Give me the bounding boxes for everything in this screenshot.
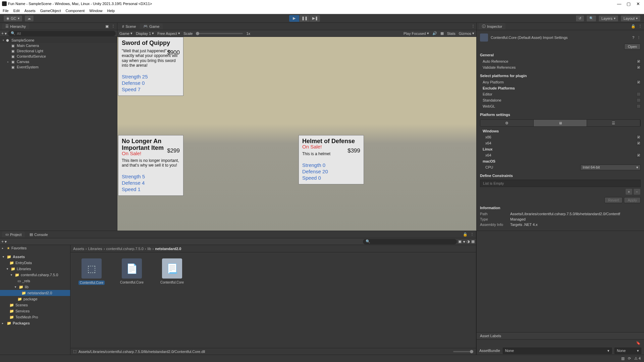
- tree-item[interactable]: 📁package: [0, 296, 70, 302]
- game-mode-dropdown[interactable]: Game ▾: [119, 31, 132, 36]
- panel-maximize-icon[interactable]: ▣: [105, 24, 109, 28]
- tree-item[interactable]: ▼📁Libraries: [0, 266, 70, 272]
- undo-history-button[interactable]: ↺: [576, 15, 584, 22]
- tree-item[interactable]: ▼📁contentful.csharp.7.5.0: [0, 272, 70, 278]
- breadcrumb-item[interactable]: Libraries: [88, 247, 102, 251]
- breadcrumb-item[interactable]: Assets: [73, 247, 84, 251]
- hierarchy-item[interactable]: ▣EventSystem: [0, 64, 117, 70]
- close-button[interactable]: ✕: [634, 0, 642, 7]
- assetbundle-dropdown[interactable]: None▾: [503, 348, 612, 354]
- tree-item[interactable]: ▼📁lib: [0, 284, 70, 290]
- layers-dropdown[interactable]: Layers ▾: [598, 15, 619, 22]
- hierarchy-item[interactable]: ▸▣Canvas: [0, 59, 117, 64]
- vsync-icon[interactable]: ▦: [440, 31, 444, 36]
- lock-icon[interactable]: 🔒: [463, 232, 468, 237]
- panel-menu-icon[interactable]: ⋮: [470, 232, 474, 237]
- tree-item[interactable]: 📁Scenes: [0, 302, 70, 308]
- focus-dropdown[interactable]: Play Focused ▾: [404, 31, 429, 36]
- x64-win-checkbox[interactable]: [637, 141, 641, 145]
- hierarchy-search[interactable]: 🔍All: [8, 31, 116, 36]
- panel-menu-icon[interactable]: ⋮: [471, 24, 475, 28]
- project-search[interactable]: 🔍: [363, 239, 457, 244]
- hierarchy-tab[interactable]: ☰ Hierarchy: [2, 23, 29, 29]
- step-button[interactable]: ▶❚: [310, 15, 320, 22]
- constraints-add-button[interactable]: +: [625, 188, 633, 195]
- layout-dropdown[interactable]: Layout ▾: [621, 15, 641, 22]
- favorites-row[interactable]: ▸★Favorites: [0, 245, 70, 251]
- aspect-dropdown[interactable]: Free Aspect ▾: [157, 31, 180, 36]
- asset-labels-header[interactable]: Asset Labels: [477, 332, 644, 340]
- cpu-dropdown[interactable]: Intel 64-bit▾: [580, 165, 641, 170]
- constraints-remove-button[interactable]: −: [633, 188, 641, 195]
- gizmos-dropdown[interactable]: Gizmos ▾: [459, 31, 474, 36]
- favorite-icon[interactable]: ♥: [463, 240, 465, 244]
- console-tab[interactable]: ▤ Console: [26, 232, 51, 237]
- filter-icon[interactable]: ▣: [458, 239, 462, 244]
- panel-menu-icon[interactable]: ⋮: [111, 24, 115, 28]
- asset-item[interactable]: 📄Contentful.Core: [117, 258, 147, 284]
- webgl-checkbox[interactable]: [637, 104, 641, 108]
- thumbnail-size-slider[interactable]: [453, 351, 473, 352]
- revert-button[interactable]: Revert: [604, 197, 623, 203]
- status-icon[interactable]: ⚠ 4: [634, 356, 641, 361]
- layout-icon[interactable]: ▦: [471, 239, 475, 244]
- search-button[interactable]: 🔍: [586, 15, 596, 22]
- assetbundle-variant-dropdown[interactable]: None▾: [614, 348, 641, 354]
- hidden-icon[interactable]: ◑: [467, 239, 470, 244]
- platform-tab-editor[interactable]: ⚙: [480, 120, 534, 126]
- tree-item-selected[interactable]: 📁netstandard2.0: [0, 290, 70, 296]
- mute-icon[interactable]: 🔊: [432, 31, 437, 36]
- hierarchy-item[interactable]: ▣ContentfulService: [0, 54, 117, 59]
- menu-component[interactable]: Component: [65, 9, 85, 13]
- preset-icon[interactable]: ⋮: [637, 36, 641, 40]
- minimize-button[interactable]: —: [615, 0, 623, 7]
- status-icon[interactable]: ▥: [621, 356, 625, 361]
- platform-tab-standalone[interactable]: 🖥: [534, 120, 587, 126]
- create-dropdown[interactable]: + ▾: [1, 31, 7, 36]
- pause-button[interactable]: ❚❚: [300, 15, 310, 22]
- menu-gameobject[interactable]: GameObject: [40, 9, 61, 13]
- validate-references-checkbox[interactable]: [637, 65, 641, 69]
- menu-help[interactable]: Help: [107, 9, 115, 13]
- tree-item[interactable]: ▭_rels: [0, 278, 70, 284]
- lock-icon[interactable]: 🔒: [631, 24, 636, 28]
- breadcrumb-item[interactable]: contentful.csharp.7.5.0: [106, 247, 144, 251]
- open-button[interactable]: Open: [624, 44, 641, 50]
- standalone-checkbox[interactable]: [637, 98, 641, 102]
- tree-item[interactable]: 📁TextMesh Pro: [0, 314, 70, 320]
- hierarchy-item[interactable]: ▣Main Camera: [0, 43, 117, 48]
- hierarchy-item[interactable]: ▣Directional Light: [0, 48, 117, 54]
- auto-reference-checkbox[interactable]: [637, 59, 641, 63]
- inspector-tab[interactable]: ⓘ Inspector: [479, 23, 505, 29]
- label-icon[interactable]: 🔖: [636, 341, 641, 345]
- menu-assets[interactable]: Assets: [24, 9, 36, 13]
- breadcrumb-item[interactable]: lib: [148, 247, 151, 251]
- menu-edit[interactable]: Edit: [13, 9, 20, 13]
- game-tab[interactable]: 🎮 Game: [140, 23, 163, 29]
- editor-checkbox[interactable]: [637, 92, 641, 96]
- help-icon[interactable]: ?: [632, 36, 634, 40]
- asset-item[interactable]: 📃Contentful.Core: [157, 258, 187, 284]
- breadcrumb-item[interactable]: netstandard2.0: [155, 247, 181, 251]
- panel-menu-icon[interactable]: ⋮: [638, 24, 642, 28]
- tree-item[interactable]: 📁EntryData: [0, 260, 70, 266]
- create-dropdown[interactable]: + ▾: [1, 239, 7, 244]
- scene-row[interactable]: ▼⬢SampleScene: [0, 38, 117, 43]
- tree-item[interactable]: 📁Services: [0, 308, 70, 314]
- assets-row[interactable]: ▼📁Assets: [0, 254, 70, 260]
- x86-checkbox[interactable]: [637, 135, 641, 139]
- scene-tab[interactable]: # Scene: [119, 24, 139, 29]
- packages-row[interactable]: ▸📁Packages: [0, 320, 70, 326]
- project-tab[interactable]: ▭ Project: [2, 232, 25, 237]
- menu-window[interactable]: Window: [89, 9, 102, 13]
- x64-linux-checkbox[interactable]: [637, 153, 641, 157]
- cloud-button[interactable]: ☁: [24, 15, 34, 22]
- platform-tab-server[interactable]: ☰: [587, 120, 640, 126]
- status-icon[interactable]: ⟳: [628, 356, 631, 361]
- any-platform-checkbox[interactable]: [637, 80, 641, 84]
- display-dropdown[interactable]: Display 1 ▾: [136, 31, 154, 36]
- apply-button[interactable]: Apply: [624, 197, 641, 203]
- scale-slider[interactable]: [196, 33, 243, 34]
- menu-file[interactable]: File: [3, 9, 9, 13]
- maximize-button[interactable]: ▢: [625, 0, 633, 7]
